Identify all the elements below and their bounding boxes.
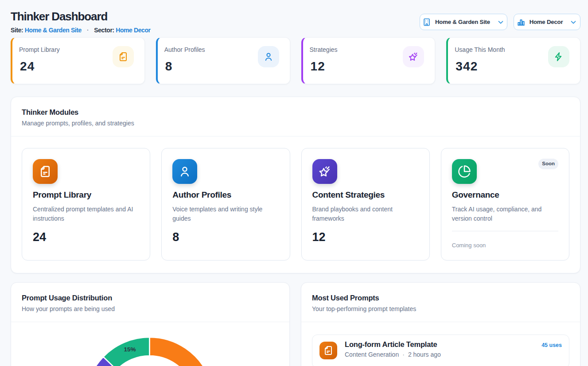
svg-text:15%: 15% bbox=[124, 346, 136, 353]
